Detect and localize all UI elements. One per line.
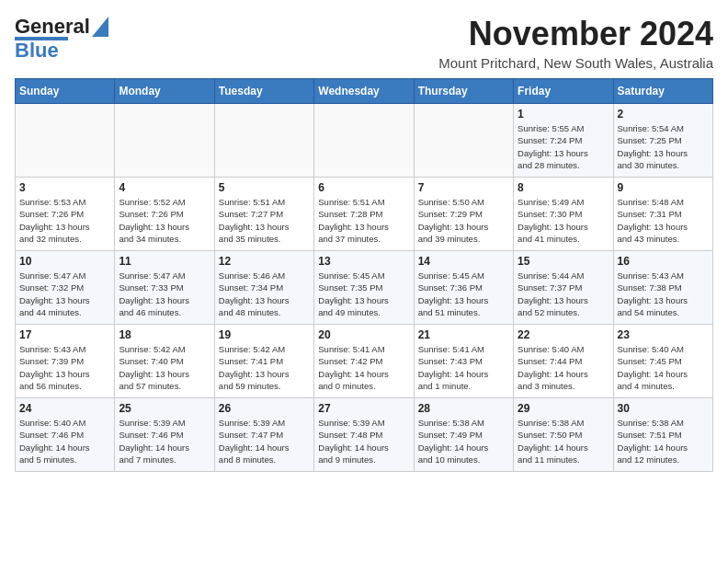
day-number: 1 [518, 108, 609, 121]
day-number: 30 [618, 402, 709, 415]
calendar-table: SundayMondayTuesdayWednesdayThursdayFrid… [15, 78, 713, 472]
day-info: Sunrise: 5:39 AM Sunset: 7:47 PM Dayligh… [219, 417, 310, 465]
day-number: 20 [318, 328, 409, 341]
calendar-cell: 6Sunrise: 5:51 AM Sunset: 7:28 PM Daylig… [314, 178, 414, 251]
calendar-cell: 14Sunrise: 5:45 AM Sunset: 7:36 PM Dayli… [414, 251, 513, 325]
calendar-cell: 29Sunrise: 5:38 AM Sunset: 7:50 PM Dayli… [514, 398, 613, 472]
day-info: Sunrise: 5:41 AM Sunset: 7:42 PM Dayligh… [318, 343, 409, 392]
day-info: Sunrise: 5:45 AM Sunset: 7:35 PM Dayligh… [318, 270, 409, 318]
col-header-thursday: Thursday [414, 79, 513, 104]
day-number: 14 [418, 255, 509, 268]
col-header-sunday: Sunday [16, 79, 115, 104]
day-number: 13 [318, 255, 409, 268]
day-info: Sunrise: 5:54 AM Sunset: 7:25 PM Dayligh… [618, 122, 709, 171]
day-number: 16 [618, 255, 709, 268]
calendar-cell: 4Sunrise: 5:52 AM Sunset: 7:26 PM Daylig… [115, 178, 214, 251]
day-info: Sunrise: 5:45 AM Sunset: 7:36 PM Dayligh… [418, 270, 509, 318]
calendar-cell: 13Sunrise: 5:45 AM Sunset: 7:35 PM Dayli… [314, 251, 414, 325]
location: Mount Pritchard, New South Wales, Austra… [438, 55, 713, 71]
day-number: 22 [518, 328, 609, 341]
day-info: Sunrise: 5:53 AM Sunset: 7:26 PM Dayligh… [19, 196, 110, 245]
day-info: Sunrise: 5:38 AM Sunset: 7:51 PM Dayligh… [618, 417, 709, 465]
day-info: Sunrise: 5:38 AM Sunset: 7:49 PM Dayligh… [418, 417, 509, 465]
col-header-friday: Friday [514, 79, 613, 104]
day-info: Sunrise: 5:40 AM Sunset: 7:44 PM Dayligh… [518, 343, 609, 392]
calendar-cell: 1Sunrise: 5:55 AM Sunset: 7:24 PM Daylig… [514, 104, 613, 178]
calendar-cell: 17Sunrise: 5:43 AM Sunset: 7:39 PM Dayli… [16, 325, 115, 398]
calendar-cell: 20Sunrise: 5:41 AM Sunset: 7:42 PM Dayli… [314, 325, 414, 398]
day-info: Sunrise: 5:38 AM Sunset: 7:50 PM Dayligh… [518, 417, 609, 465]
calendar-cell: 18Sunrise: 5:42 AM Sunset: 7:40 PM Dayli… [115, 325, 214, 398]
day-number: 23 [618, 328, 709, 341]
calendar-week-1: 1Sunrise: 5:55 AM Sunset: 7:24 PM Daylig… [16, 104, 713, 178]
calendar-cell: 27Sunrise: 5:39 AM Sunset: 7:48 PM Dayli… [314, 398, 414, 472]
logo: General Blue [15, 15, 108, 63]
calendar-cell: 10Sunrise: 5:47 AM Sunset: 7:32 PM Dayli… [16, 251, 115, 325]
day-info: Sunrise: 5:51 AM Sunset: 7:28 PM Dayligh… [318, 196, 409, 245]
calendar-cell [314, 104, 414, 178]
day-number: 15 [518, 255, 609, 268]
calendar-cell: 16Sunrise: 5:43 AM Sunset: 7:38 PM Dayli… [613, 251, 712, 325]
day-number: 2 [618, 108, 709, 121]
calendar-cell: 23Sunrise: 5:40 AM Sunset: 7:45 PM Dayli… [613, 325, 712, 398]
calendar-cell [115, 104, 214, 178]
col-header-monday: Monday [115, 79, 214, 104]
calendar-cell: 9Sunrise: 5:48 AM Sunset: 7:31 PM Daylig… [613, 178, 712, 251]
day-number: 7 [418, 181, 509, 194]
calendar-cell [214, 104, 313, 178]
calendar-cell: 5Sunrise: 5:51 AM Sunset: 7:27 PM Daylig… [214, 178, 313, 251]
calendar-cell: 21Sunrise: 5:41 AM Sunset: 7:43 PM Dayli… [414, 325, 513, 398]
logo-line2: Blue [15, 39, 59, 63]
day-info: Sunrise: 5:42 AM Sunset: 7:41 PM Dayligh… [219, 343, 310, 392]
day-number: 26 [219, 402, 310, 415]
day-number: 24 [19, 402, 110, 415]
col-header-wednesday: Wednesday [314, 79, 414, 104]
day-number: 8 [518, 181, 609, 194]
logo-icon [92, 17, 108, 37]
calendar-cell: 19Sunrise: 5:42 AM Sunset: 7:41 PM Dayli… [214, 325, 313, 398]
calendar-week-3: 10Sunrise: 5:47 AM Sunset: 7:32 PM Dayli… [16, 251, 713, 325]
day-info: Sunrise: 5:39 AM Sunset: 7:46 PM Dayligh… [119, 417, 210, 465]
calendar-cell: 30Sunrise: 5:38 AM Sunset: 7:51 PM Dayli… [613, 398, 712, 472]
day-info: Sunrise: 5:52 AM Sunset: 7:26 PM Dayligh… [119, 196, 210, 245]
day-number: 25 [119, 402, 210, 415]
calendar-week-5: 24Sunrise: 5:40 AM Sunset: 7:46 PM Dayli… [16, 398, 713, 472]
day-number: 6 [318, 181, 409, 194]
day-info: Sunrise: 5:39 AM Sunset: 7:48 PM Dayligh… [318, 417, 409, 465]
day-info: Sunrise: 5:48 AM Sunset: 7:31 PM Dayligh… [618, 196, 709, 245]
calendar-cell: 12Sunrise: 5:46 AM Sunset: 7:34 PM Dayli… [214, 251, 313, 325]
day-number: 21 [418, 328, 509, 341]
calendar-cell: 11Sunrise: 5:47 AM Sunset: 7:33 PM Dayli… [115, 251, 214, 325]
calendar-week-2: 3Sunrise: 5:53 AM Sunset: 7:26 PM Daylig… [16, 178, 713, 251]
day-info: Sunrise: 5:42 AM Sunset: 7:40 PM Dayligh… [119, 343, 210, 392]
day-info: Sunrise: 5:51 AM Sunset: 7:27 PM Dayligh… [219, 196, 310, 245]
calendar-cell [16, 104, 115, 178]
day-number: 4 [119, 181, 210, 194]
col-header-tuesday: Tuesday [214, 79, 313, 104]
calendar-cell: 26Sunrise: 5:39 AM Sunset: 7:47 PM Dayli… [214, 398, 313, 472]
day-info: Sunrise: 5:49 AM Sunset: 7:30 PM Dayligh… [518, 196, 609, 245]
day-number: 9 [618, 181, 709, 194]
day-number: 17 [19, 328, 110, 341]
calendar-cell: 15Sunrise: 5:44 AM Sunset: 7:37 PM Dayli… [514, 251, 613, 325]
day-number: 18 [119, 328, 210, 341]
day-info: Sunrise: 5:47 AM Sunset: 7:32 PM Dayligh… [19, 270, 110, 318]
calendar-cell: 28Sunrise: 5:38 AM Sunset: 7:49 PM Dayli… [414, 398, 513, 472]
calendar-cell: 22Sunrise: 5:40 AM Sunset: 7:44 PM Dayli… [514, 325, 613, 398]
calendar-cell: 24Sunrise: 5:40 AM Sunset: 7:46 PM Dayli… [16, 398, 115, 472]
day-info: Sunrise: 5:44 AM Sunset: 7:37 PM Dayligh… [518, 270, 609, 318]
day-info: Sunrise: 5:41 AM Sunset: 7:43 PM Dayligh… [418, 343, 509, 392]
day-number: 5 [219, 181, 310, 194]
calendar-header-row: SundayMondayTuesdayWednesdayThursdayFrid… [16, 79, 713, 104]
day-number: 12 [219, 255, 310, 268]
day-info: Sunrise: 5:43 AM Sunset: 7:38 PM Dayligh… [618, 270, 709, 318]
day-info: Sunrise: 5:43 AM Sunset: 7:39 PM Dayligh… [19, 343, 110, 392]
month-year: November 2024 [438, 15, 713, 53]
day-info: Sunrise: 5:47 AM Sunset: 7:33 PM Dayligh… [119, 270, 210, 318]
calendar-cell: 7Sunrise: 5:50 AM Sunset: 7:29 PM Daylig… [414, 178, 513, 251]
day-info: Sunrise: 5:40 AM Sunset: 7:46 PM Dayligh… [19, 417, 110, 465]
title-block: November 2024 Mount Pritchard, New South… [438, 15, 713, 71]
day-info: Sunrise: 5:40 AM Sunset: 7:45 PM Dayligh… [618, 343, 709, 392]
calendar-cell: 2Sunrise: 5:54 AM Sunset: 7:25 PM Daylig… [613, 104, 712, 178]
calendar-cell: 3Sunrise: 5:53 AM Sunset: 7:26 PM Daylig… [16, 178, 115, 251]
